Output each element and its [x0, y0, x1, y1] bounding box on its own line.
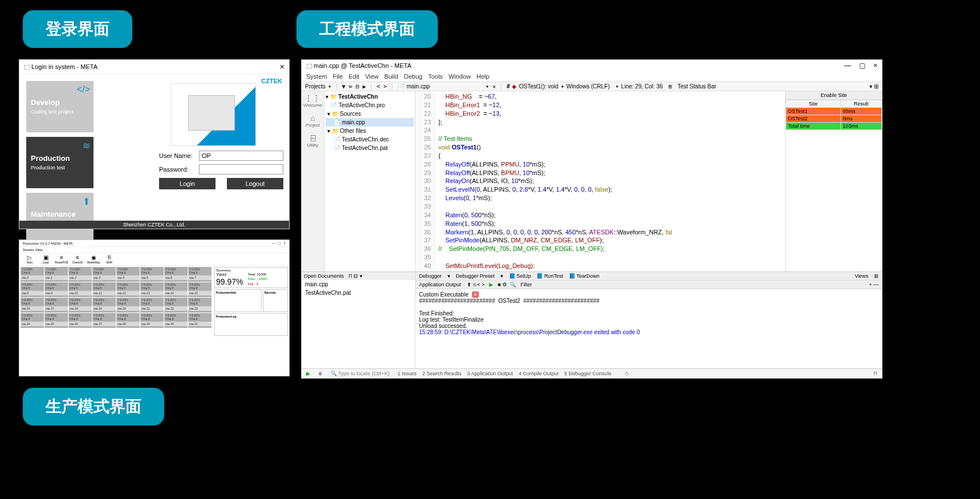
site-cell[interactable]: Y:0.00%Chip:0site:6	[164, 267, 188, 282]
runtest-button[interactable]: RunTest	[544, 273, 563, 279]
site-cell[interactable]: Y:0.00%Chip:0site:29	[140, 313, 164, 328]
encoding[interactable]: Windows (CRLF)	[566, 83, 609, 90]
teardown-button[interactable]: TearDown	[576, 273, 600, 279]
debugger-preset[interactable]: Debugger Preset	[456, 273, 495, 279]
site-cell[interactable]: Y:0.00%Chip:0site:12	[116, 282, 140, 297]
tree-pro-file[interactable]: TestActiveChn.pro	[339, 102, 385, 108]
menu-edit[interactable]: Edit	[348, 73, 359, 80]
site-cell[interactable]: Y:0.00%Chip:0site:27	[92, 313, 116, 328]
site-cell[interactable]: Y:0.00%Chip:0site:8	[21, 282, 44, 297]
site-cell[interactable]: Y:0.00%Chip:0site:5	[140, 267, 164, 282]
site-cell[interactable]: Y:0.00%Chip:0site:22	[164, 298, 188, 313]
tree-other-files[interactable]: Other files	[340, 128, 366, 134]
status-tab[interactable]: 4 Compile Output	[519, 371, 559, 376]
site-cell[interactable]: Y:0.00%Chip:0site:30	[164, 313, 188, 328]
sidebar-project[interactable]: ⌂Project	[306, 113, 320, 128]
projects-dropdown[interactable]: Projects	[305, 83, 326, 90]
filter-input[interactable]: Filter	[521, 282, 532, 287]
code-editor[interactable]: 2021222324252627282930313233343536373839…	[416, 91, 785, 271]
toolbar-load[interactable]: ▣Load	[39, 254, 52, 264]
site-cell[interactable]: Y:0.00%Chip:0site:28	[116, 313, 140, 328]
source-code[interactable]: HBin_NG = ~67, HBin_Error1 = ~12, HBin_E…	[435, 91, 785, 271]
menu-system[interactable]: System	[306, 73, 327, 80]
menu-tools[interactable]: Tools	[428, 73, 443, 80]
site-cell[interactable]: Y:0.00%Chip:0site:7	[188, 267, 212, 282]
close-tab-icon[interactable]: ×	[472, 291, 479, 298]
site-cell[interactable]: Y:0.00%Chip:0site:11	[92, 282, 116, 297]
tile-develop[interactable]: </> Develop Coding test project	[26, 81, 93, 132]
setup-button[interactable]: SetUp	[517, 273, 531, 279]
site-cell[interactable]: Y:0.00%Chip:0site:13	[140, 282, 164, 297]
views-dropdown[interactable]: Views	[855, 273, 868, 279]
logout-button[interactable]: Logout	[227, 178, 283, 189]
run-icon[interactable]: ▶	[306, 371, 310, 376]
status-tab[interactable]: 5 Debugger Console	[564, 371, 612, 376]
password-input[interactable]	[199, 164, 283, 175]
open-doc-item[interactable]: TestActiveChn.pat	[302, 289, 415, 297]
debugger-label[interactable]: Debugger	[419, 273, 442, 279]
toolbar-start[interactable]: ▷Start	[23, 254, 36, 264]
custom-executable-tab[interactable]: Custom Executable	[419, 291, 469, 298]
site-cell[interactable]: Y:0.00%Chip:0site:2	[68, 267, 92, 282]
site-cell[interactable]: Y:0.00%Chip:0site:9	[44, 282, 68, 297]
tile-production[interactable]: ≋ Production Production test	[26, 137, 93, 188]
project-panel: ▾ 📁 TestActiveChn 📄 TestActiveChn.pro ▾ …	[324, 91, 416, 271]
toolbar-wafermap[interactable]: ◉WaferMap	[87, 254, 100, 264]
site-cell[interactable]: Y:0.00%Chip:0site:0	[21, 267, 44, 282]
site-cell[interactable]: Y:0.00%Chip:0site:1	[44, 267, 68, 282]
close-icon[interactable]: ×	[280, 62, 284, 71]
site-cell[interactable]: Y:0.00%Chip:0site:19	[92, 298, 116, 313]
site-cell[interactable]: Y:0.00%Chip:0site:24	[21, 313, 44, 328]
site-cell[interactable]: Y:0.00%Chip:0site:20	[116, 298, 140, 313]
tree-sources[interactable]: Sources	[340, 111, 361, 117]
maximize-icon[interactable]: ▢	[859, 62, 865, 70]
run-icon[interactable]: ▶	[489, 282, 493, 287]
site-cell[interactable]: Y:0.00%Chip:0site:25	[44, 313, 68, 328]
site-cell[interactable]: Y:0.00%Chip:0site:4	[116, 267, 140, 282]
close-icon[interactable]: ×	[873, 62, 877, 70]
toolbar-map[interactable]: ⎘MAP	[103, 254, 116, 264]
menu-build[interactable]: Build	[384, 73, 398, 80]
site-cell[interactable]: Y:0.00%Chip:0site:26	[68, 313, 92, 328]
site-cell[interactable]: Y:0.00%Chip:0site:15	[188, 282, 212, 297]
site-cell[interactable]: Y:0.00%Chip:0site:14	[164, 282, 188, 297]
tree-dec-file[interactable]: TestActiveChn.dec	[342, 136, 389, 143]
menu-debug[interactable]: Debug	[404, 73, 422, 80]
barcode-header: Barcode	[265, 291, 276, 294]
open-doc-item[interactable]: main.cpp	[302, 280, 415, 289]
minimize-icon[interactable]: —	[844, 62, 851, 70]
site-cell[interactable]: Y:0.00%Chip:0site:10	[68, 282, 92, 297]
toolbar-resetpcb[interactable]: ≡ResetPCB	[55, 254, 68, 264]
site-cell[interactable]: Y:0.00%Chip:0site:31	[188, 313, 212, 328]
site-cell[interactable]: Y:0.00%Chip:0site:23	[188, 298, 212, 313]
site-cell[interactable]: Y:0.00%Chip:0site:21	[140, 298, 164, 313]
close-icon[interactable]: ⊗	[318, 371, 323, 376]
login-button[interactable]: Login	[159, 178, 215, 189]
more-icon[interactable]: ◇	[625, 371, 629, 376]
menu-window[interactable]: Window	[449, 73, 471, 80]
site-cell[interactable]: Y:0.00%Chip:0site:3	[92, 267, 116, 282]
tree-pat-file[interactable]: TestActiveChn.pat	[342, 145, 388, 151]
sidebar-utility[interactable]: ⌸Utility	[307, 133, 319, 148]
status-tab[interactable]: 2 Search Results	[422, 371, 462, 376]
site-cell[interactable]: Y:0.00%Chip:0site:16	[21, 298, 44, 313]
project-root[interactable]: TestActiveChn	[339, 94, 378, 100]
panel-toggle-icon[interactable]: ⊓	[873, 371, 877, 376]
status-tab[interactable]: 1 Issues	[397, 371, 417, 376]
prod-menu[interactable]: System View	[19, 247, 289, 253]
minimize-icon[interactable]: —	[272, 241, 275, 245]
menu-help[interactable]: Help	[477, 73, 490, 80]
locator-input[interactable]: Type to locate (Ctrl+K)	[338, 371, 389, 376]
tile-maintenance[interactable]: ⬆ Maintenance Device configuration	[26, 193, 93, 244]
sidebar-welcome[interactable]: ⋮⋮Welcome	[303, 94, 322, 108]
username-input[interactable]	[199, 151, 283, 161]
maximize-icon[interactable]: ▢	[278, 241, 281, 245]
menu-view[interactable]: View	[365, 73, 379, 80]
status-tab[interactable]: 3 Application Output	[467, 371, 513, 376]
tree-main-cpp[interactable]: main.cpp	[342, 119, 365, 125]
close-icon[interactable]: ×	[283, 241, 286, 245]
toolbar-checkid[interactable]: ≡CheckID	[71, 254, 84, 264]
menu-file[interactable]: File	[333, 73, 343, 80]
site-cell[interactable]: Y:0.00%Chip:0site:18	[68, 298, 92, 313]
site-cell[interactable]: Y:0.00%Chip:0site:17	[44, 298, 68, 313]
